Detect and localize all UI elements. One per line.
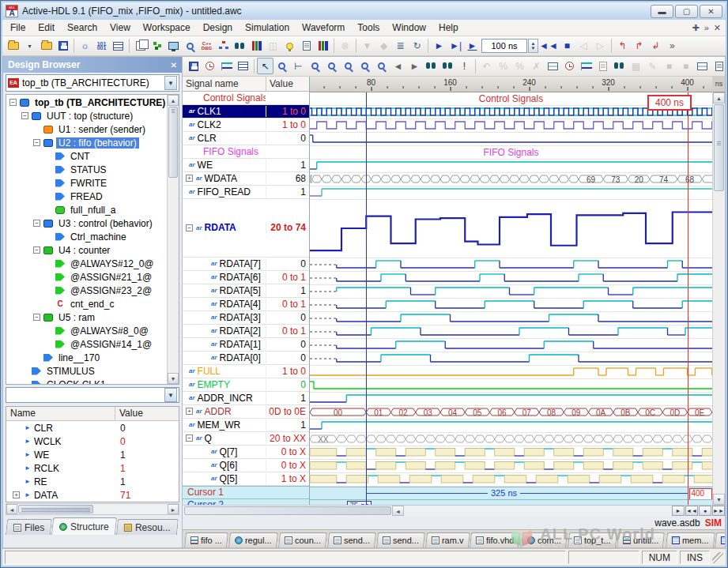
compare-off-icon[interactable]: ✗ — [528, 58, 545, 74]
scroll-down-icon[interactable]: ▼ — [713, 494, 725, 505]
tree-item-u5[interactable]: −U5 : ram — [6, 310, 167, 324]
tree-expander-icon[interactable]: − — [33, 139, 40, 146]
waveform-area[interactable]: 80160240320400 Control SignalsFIFO Signa… — [310, 77, 712, 505]
library-manager-icon[interactable] — [248, 38, 265, 55]
trace-into-icon[interactable]: ↰ — [614, 38, 631, 55]
waveform-row-rdata4[interactable] — [310, 299, 712, 312]
watch-hscrollbar[interactable]: ◄ ► — [6, 503, 179, 515]
compare-pct1-icon[interactable]: % — [495, 58, 511, 74]
doc-tab-5[interactable]: ram.v — [425, 532, 470, 547]
expander-plus-icon[interactable]: + — [13, 491, 20, 498]
waveform-row-clr[interactable] — [310, 133, 712, 146]
scroll-up-icon[interactable]: ▲ — [713, 92, 725, 103]
signal-row-q[interactable]: −arQ20 to XX — [183, 432, 309, 446]
cursor-label-1[interactable]: Cursor 1 — [183, 486, 309, 498]
signal-row-rdata0[interactable]: arRDATA[0]0 — [183, 352, 309, 365]
menu-file[interactable]: File — [4, 21, 32, 35]
pointer-tool-icon[interactable]: ↖ — [257, 58, 273, 74]
tree-item-u4[interactable]: −U4 : counter — [6, 243, 167, 257]
signal-row-clk2[interactable]: arCLK21 to 0 — [183, 118, 309, 132]
tree-expander-icon[interactable]: − — [33, 246, 40, 254]
tab-files[interactable]: Files — [6, 519, 52, 535]
stop-icon[interactable]: ■ — [559, 38, 575, 55]
zoom-area-icon[interactable] — [340, 58, 356, 74]
signal-row-rdata2[interactable]: arRDATA[2]0 to 1 — [183, 325, 309, 338]
expander-plus-icon[interactable]: + — [186, 408, 193, 415]
watch-row-clr[interactable]: ►CLR0 — [6, 421, 179, 434]
tree-item-clock[interactable]: CLOCK CLK1 — [6, 378, 167, 384]
measure-interval-icon[interactable]: ⊢ — [290, 58, 307, 74]
waveform-row-rdata[interactable] — [310, 200, 712, 258]
timing-icon[interactable] — [202, 58, 218, 74]
signal-row-rdata4[interactable]: arRDATA[4]0 to 1 — [183, 298, 309, 311]
clear-icon[interactable]: ⊗ — [337, 38, 353, 55]
doc-tab-1[interactable]: regul... — [228, 532, 278, 547]
connections-icon[interactable]: ◫ — [265, 38, 281, 55]
expander-plus-icon[interactable]: + — [186, 175, 193, 182]
record-icon[interactable]: ● — [699, 506, 711, 516]
waveform-row-we[interactable] — [310, 160, 712, 173]
waveform-row-rdata7[interactable] — [310, 258, 712, 272]
import-icon[interactable]: ▼ — [359, 38, 375, 55]
chevron-down-icon[interactable]: ▼ — [164, 76, 177, 90]
new-dropdown-icon[interactable]: ▾ — [21, 38, 38, 55]
menu-help[interactable]: Help — [432, 21, 465, 35]
time-ruler[interactable]: 80160240320400 — [310, 77, 712, 92]
tree-item-u1[interactable]: U1 : sender (sender) — [6, 122, 167, 136]
design-flow-icon[interactable] — [149, 38, 165, 55]
zoom-out-icon[interactable] — [323, 58, 340, 74]
properties-icon[interactable] — [235, 58, 251, 74]
waveform-row-fifo_read[interactable] — [310, 186, 712, 200]
signal-row-fifo_read[interactable]: arFIFO_READ1 — [183, 186, 309, 199]
tree-item-@assign#21_1@[interactable]: @ASSIGN#21_1@ — [6, 270, 167, 284]
menu-simulation[interactable]: Simulation — [239, 21, 296, 35]
find-next-icon[interactable] — [439, 58, 456, 74]
signal-agents-icon[interactable] — [578, 58, 594, 74]
restart-icon[interactable]: ◄◄ — [538, 38, 559, 55]
tree-item-stimulus[interactable]: STIMULUS — [6, 364, 167, 378]
waveform-row-addr[interactable]: 000102030405060708090A0B0C0D0E — [310, 406, 712, 419]
cursor-label-2[interactable]: Cursor 2 — [183, 498, 309, 505]
signal-row-rdata1[interactable]: arRDATA[1]0 — [183, 338, 309, 352]
waveform-row-wdata[interactable]: 6973207468 — [310, 173, 712, 186]
save-icon[interactable] — [55, 38, 71, 55]
waveform-row-clk1[interactable] — [310, 106, 712, 119]
signal-row-rdata3[interactable]: arRDATA[3]0 — [183, 311, 309, 325]
new-document-icon[interactable] — [298, 38, 315, 55]
doc-tab-3[interactable]: send... — [327, 532, 376, 547]
find-icon[interactable] — [423, 58, 439, 74]
play-forward-icon[interactable]: ► — [672, 506, 685, 516]
compare-pct2-icon[interactable]: % — [511, 58, 528, 74]
menu-view[interactable]: View — [104, 21, 137, 35]
signal-row-rdata6[interactable]: arRDATA[6]0 to 1 — [183, 271, 309, 284]
run-for-icon[interactable]: ►| — [447, 38, 464, 55]
tree-item-cnt[interactable]: CNT — [6, 149, 167, 163]
watch-row-wclk[interactable]: ►WCLK0 — [6, 434, 179, 448]
waveform-hscrollbar[interactable]: ◄ ► ◄◄ ● ►► — [183, 505, 725, 517]
scroll-up-icon[interactable]: ▲ — [168, 95, 179, 106]
fast-forward-icon[interactable]: ►► — [712, 506, 725, 516]
close-button[interactable]: ✕ — [700, 5, 722, 18]
expander-minus-icon[interactable]: − — [186, 434, 193, 442]
waveform-row-full[interactable] — [310, 366, 712, 379]
waveform-row-rdata1[interactable] — [310, 339, 712, 352]
waveform-row-rdata0[interactable] — [310, 352, 712, 366]
tip-of-day-icon[interactable] — [281, 38, 298, 55]
doc-tab-10[interactable]: mem... — [666, 532, 715, 547]
export-wave-icon[interactable] — [694, 58, 711, 74]
doc-tab-11[interactable]: mem... — [715, 532, 725, 547]
menu-tools[interactable]: Tools — [351, 21, 386, 35]
doc-tab-4[interactable]: send... — [376, 532, 425, 547]
rewind-icon[interactable]: ◄◄ — [685, 506, 698, 516]
signal-row-clk1[interactable]: arCLK11 to 0 — [183, 105, 309, 118]
scroll-left-icon[interactable]: ◄ — [6, 504, 17, 514]
tree-item-@always#12_0@[interactable]: @ALWAYS#12_0@ — [6, 257, 167, 270]
trace-over-icon[interactable]: ↱ — [631, 38, 647, 55]
stimulators-icon[interactable] — [545, 58, 561, 74]
zoom-in-icon[interactable] — [307, 58, 323, 74]
group-label-row[interactable]: FIFO Signals — [183, 145, 309, 159]
watch-row-we[interactable]: ►WE1 — [6, 448, 179, 461]
waveform-row-empty[interactable] — [310, 379, 712, 393]
maximize-button[interactable]: ▢ — [675, 5, 698, 18]
doc-gray-icon[interactable] — [594, 58, 611, 74]
